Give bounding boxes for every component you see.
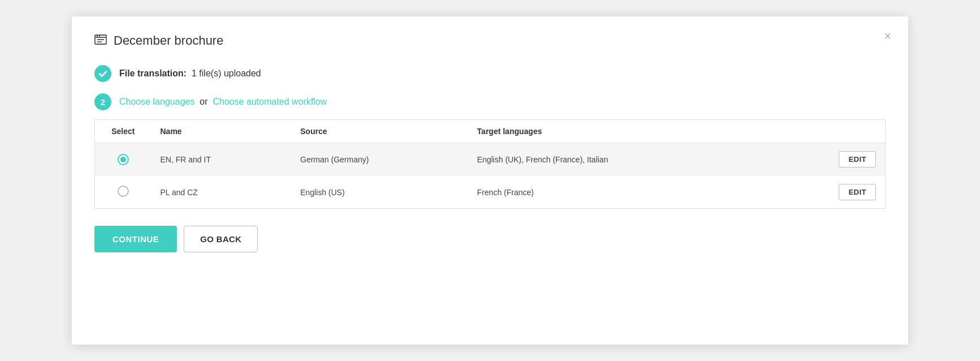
table-row: EN, FR and ITGerman (Germany)English (UK… xyxy=(95,143,886,176)
row-edit-cell: EDIT xyxy=(772,143,885,176)
dialog-icon xyxy=(94,35,107,48)
row-select-cell[interactable] xyxy=(95,176,151,209)
edit-button[interactable]: EDIT xyxy=(839,184,876,200)
row-source: English (US) xyxy=(291,176,468,209)
col-target: Target languages xyxy=(468,120,772,143)
language-table: Select Name Source Target languages EN, … xyxy=(94,119,886,209)
step1-label: File translation: 1 file(s) uploaded xyxy=(119,68,261,79)
col-actions xyxy=(772,120,885,143)
step2-text: Choose languages or Choose automated wor… xyxy=(119,97,327,107)
edit-button[interactable]: EDIT xyxy=(839,151,876,167)
col-name: Name xyxy=(151,120,292,143)
close-button[interactable]: × xyxy=(884,30,891,42)
step2-or: or xyxy=(200,97,207,106)
step1-row: File translation: 1 file(s) uploaded xyxy=(94,65,886,82)
go-back-button[interactable]: GO BACK xyxy=(184,226,258,252)
radio-selected[interactable] xyxy=(118,154,129,165)
row-target: French (France) xyxy=(468,176,772,209)
row-source: German (Germany) xyxy=(291,143,468,176)
choose-languages-link[interactable]: Choose languages xyxy=(119,97,194,106)
action-buttons: CONTINUE GO BACK xyxy=(94,226,886,252)
dialog: December brochure × File translation: 1 … xyxy=(72,16,908,345)
dialog-header: December brochure xyxy=(94,33,886,48)
col-select: Select xyxy=(95,120,151,143)
col-source: Source xyxy=(291,120,468,143)
radio-unselected[interactable] xyxy=(118,186,129,197)
step1-label-rest: 1 file(s) uploaded xyxy=(192,68,261,78)
step2-number: 2 xyxy=(94,93,111,110)
row-edit-cell: EDIT xyxy=(772,176,885,209)
continue-button[interactable]: CONTINUE xyxy=(94,226,177,252)
row-name: PL and CZ xyxy=(151,176,292,209)
row-name: EN, FR and IT xyxy=(151,143,292,176)
choose-workflow-link[interactable]: Choose automated workflow xyxy=(213,97,327,106)
step2-row: 2 Choose languages or Choose automated w… xyxy=(94,93,886,110)
row-select-cell[interactable] xyxy=(95,143,151,176)
step1-check-icon xyxy=(94,65,111,82)
dialog-title: December brochure xyxy=(114,33,223,48)
row-target: English (UK), French (France), Italian xyxy=(468,143,772,176)
step1-label-bold: File translation: xyxy=(119,68,187,78)
table-row: PL and CZEnglish (US)French (France)EDIT xyxy=(95,176,886,209)
